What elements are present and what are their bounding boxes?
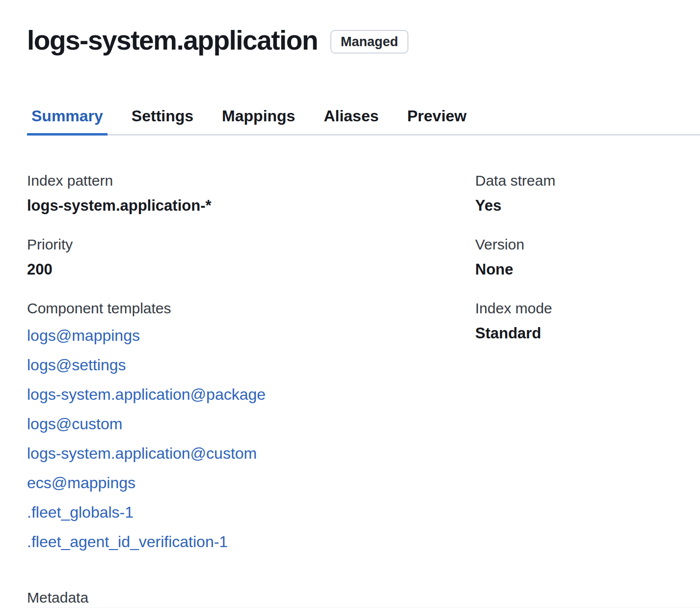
index-pattern-value: logs-system.application-* [27,193,475,219]
tab-summary[interactable]: Summary [27,106,108,136]
version-value: None [475,257,700,282]
field-data-stream: Data stream Yes [475,168,700,219]
managed-badge: Managed [330,30,408,54]
summary-panel: Index pattern logs-system.application-* … [27,168,700,570]
priority-label: Priority [27,232,475,257]
index-mode-value: Standard [475,321,700,346]
page-title: logs-system.application [27,24,318,57]
component-template-list: logs@mappings logs@settings logs-system.… [27,321,475,556]
field-index-pattern: Index pattern logs-system.application-* [27,168,475,219]
page-header: logs-system.application Managed [27,24,700,57]
metadata-label: Metadata [27,588,700,608]
field-version: Version None [475,232,700,282]
field-component-templates: Component templates logs@mappings logs@s… [27,296,475,556]
priority-value: 200 [27,257,475,282]
component-template-link[interactable]: logs@settings [27,350,126,380]
component-template-link[interactable]: ecs@mappings [27,468,135,497]
component-template-link[interactable]: .fleet_agent_id_verification-1 [27,527,228,556]
component-template-link[interactable]: logs-system.application@package [27,380,266,409]
index-pattern-label: Index pattern [27,168,475,193]
field-priority: Priority 200 [27,232,475,282]
data-stream-value: Yes [475,193,700,219]
component-template-link[interactable]: .fleet_globals-1 [27,497,134,527]
index-mode-label: Index mode [475,296,700,321]
field-index-mode: Index mode Standard [475,296,700,346]
component-template-link[interactable]: logs@custom [27,409,122,439]
index-template-details-page: logs-system.application Managed Summary … [0,0,700,608]
metadata-section: Metadata [27,588,700,608]
tab-bar: Summary Settings Mappings Aliases Previe… [27,106,700,136]
tab-aliases[interactable]: Aliases [319,106,383,136]
component-template-link[interactable]: logs-system.application@custom [27,439,257,468]
data-stream-label: Data stream [475,168,700,193]
tab-settings[interactable]: Settings [127,106,198,136]
version-label: Version [475,232,700,257]
summary-right-column: Data stream Yes Version None Index mode … [475,168,700,570]
tab-preview[interactable]: Preview [403,106,471,136]
tab-mappings[interactable]: Mappings [217,106,299,136]
summary-left-column: Index pattern logs-system.application-* … [27,168,475,570]
component-templates-label: Component templates [27,296,475,321]
component-template-link[interactable]: logs@mappings [27,321,140,350]
